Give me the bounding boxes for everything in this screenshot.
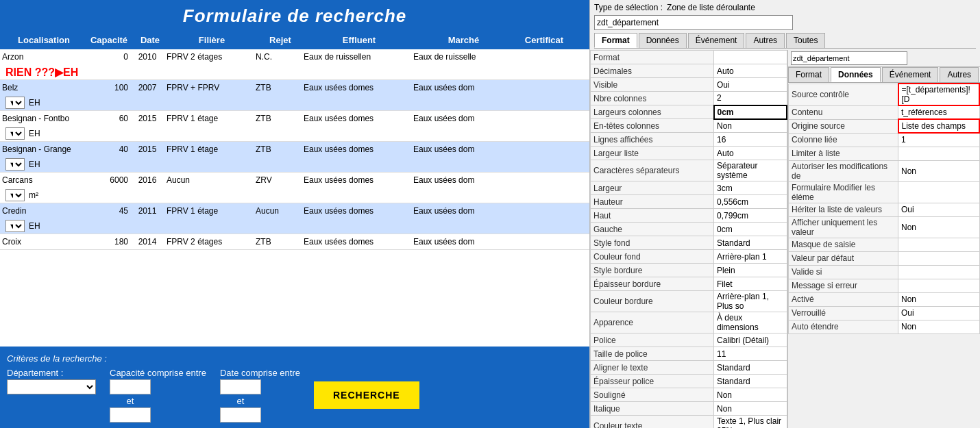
sub-dropdown-besignan-grange[interactable]: ▼ [5, 158, 25, 171]
tab2-donnees[interactable]: Données [831, 67, 881, 82]
tab-autres[interactable]: Autres [746, 33, 785, 48]
right-prop-label-6: Formulaire Modifier les éléme [789, 181, 898, 203]
prop-label-9: Largeur [591, 181, 714, 195]
et-label-date: et [236, 396, 244, 406]
cell-date: 2011 [130, 205, 164, 216]
right-prop-label-1: Contenu [789, 105, 898, 119]
table-row: Credin 45 2011 FPRV 1 étage Aucun Eaux u… [0, 203, 589, 218]
date-to-input[interactable] [220, 407, 261, 423]
tab-toutes[interactable]: Toutes [786, 33, 825, 48]
right-prop-value-2: Liste des champs [898, 119, 980, 133]
table-row: Belz 100 2007 FPRV + FPRV ZTB Eaux usées… [0, 80, 589, 95]
tab-donnees[interactable]: Données [639, 33, 687, 48]
prop-value-24: Non [714, 402, 787, 416]
cell-effluent: Eaux usées domes [302, 144, 411, 155]
selection-type-value: Zone de liste déroulante [667, 3, 755, 12]
right-top: Type de sélection : Zone de liste déroul… [590, 0, 980, 50]
right-prop-value-15: Non [898, 320, 980, 333]
cell-rejet: ZTB [254, 236, 302, 247]
right-prop-label-9: Masque de saisie [789, 238, 898, 251]
sub-dropdown-carcans[interactable]: ▼ [5, 189, 25, 201]
sub-dropdown-credin[interactable]: ▼ [5, 220, 25, 232]
row-group-croix: Croix 180 2014 FPRV 2 étages ZTB Eaux us… [0, 234, 589, 250]
cell-localisation: Besignan - Grange [0, 144, 82, 155]
sub-label-besignan-grange: EH [29, 160, 40, 169]
sub-dropdown-besignan-fontbo[interactable]: ▼ [5, 127, 25, 140]
cell-localisation: Croix [0, 236, 82, 247]
tabs-row2: Format Données Événement Autres T [788, 67, 980, 83]
sub-dropdown-belz[interactable]: ▼ [5, 97, 25, 109]
prop-value-22: Standard [714, 375, 787, 388]
right-split: FormatDécimalesAutoVisibleOuiNbre colonn… [590, 50, 980, 428]
row-group-arzon: Arzon 0 2010 FPRV 2 étages N.C. Eaux de … [0, 49, 589, 80]
selection-type-row: Type de sélection : Zone de liste déroul… [594, 3, 976, 12]
departement-dropdown[interactable] [7, 379, 96, 394]
col-header-filiere: Filière [167, 35, 256, 45]
prop-value-7: Auto [714, 147, 787, 160]
right-prop-label-11: Valide si [789, 265, 898, 279]
prop-label-10: Hauteur [591, 195, 714, 209]
sub-row-arzon: RIEN ???▶EH [0, 64, 589, 79]
capacite-to-input[interactable] [110, 407, 151, 423]
table-row: Carcans 6000 2016 Aucun ZRV Eaux usées d… [0, 173, 589, 188]
right-prop-label-13: Activé [789, 292, 898, 306]
table-area: Localisation Capacité Date Filière Rejet… [0, 31, 589, 347]
recherche-button[interactable]: RECHERCHE [314, 381, 419, 409]
right-prop-label-3: Colonne liée [789, 133, 898, 147]
cell-effluent: Eaux usées domes [302, 236, 411, 247]
tab2-format[interactable]: Format [788, 67, 829, 82]
prop-value-17: Arrière-plan 1, Plus so [714, 291, 787, 312]
cell-date: 2007 [130, 82, 164, 93]
cell-date: 2015 [130, 144, 164, 155]
cell-filiere: FPRV + FPRV [164, 82, 254, 93]
prop-value-3: 2 [714, 92, 787, 105]
cell-rejet: Aucun [254, 205, 302, 216]
prop-label-17: Couleur bordure [591, 291, 714, 312]
sub-row-credin: ▼ EH [0, 218, 589, 234]
prop-value-14: Arrière-plan 1 [714, 250, 787, 264]
cell-filiere: FPRV 1 étage [164, 113, 254, 124]
props-table: FormatDécimalesAutoVisibleOuiNbre colonn… [590, 50, 787, 428]
tab2-autres[interactable]: Autres [940, 67, 979, 82]
right-prop-value-10 [898, 251, 980, 265]
right-field-name-input[interactable] [791, 51, 907, 65]
cell-marche: Eaux usées dom [411, 175, 511, 186]
capacite-from-input[interactable] [110, 379, 151, 394]
tab-format[interactable]: Format [594, 33, 637, 48]
dept-section: Département : [7, 368, 96, 394]
date-from-input[interactable] [220, 379, 261, 394]
sub-label-credin: EH [29, 221, 40, 231]
tabs-row: Format Données Événement Autres Toutes [594, 33, 976, 49]
cell-certificat [511, 149, 572, 150]
cell-localisation: Carcans [0, 175, 82, 186]
cell-capacite: 45 [82, 205, 130, 216]
rien-text: RIEN ???▶EH [5, 66, 78, 79]
sub-row-belz: ▼ EH [0, 95, 589, 110]
prop-label-16: Épaisseur bordure [591, 277, 714, 291]
row-group-credin: Credin 45 2011 FPRV 1 étage Aucun Eaux u… [0, 203, 589, 234]
cell-certificat [511, 241, 572, 242]
cell-localisation: Belz [0, 82, 82, 93]
field-name-input[interactable] [594, 15, 793, 30]
prop-value-2: Oui [714, 78, 787, 92]
cell-rejet: ZRV [254, 175, 302, 186]
prop-value-16: Filet [714, 277, 787, 291]
table-row: Croix 180 2014 FPRV 2 étages ZTB Eaux us… [0, 234, 589, 249]
cell-localisation: Credin [0, 205, 82, 216]
right-prop-value-3: 1 [898, 133, 980, 147]
right-panel: Type de sélection : Zone de liste déroul… [589, 0, 980, 428]
tab-evenement[interactable]: Événement [688, 33, 745, 48]
criteria-row: Département : Capacité comprise entre et… [7, 368, 583, 423]
cell-certificat [511, 210, 572, 212]
sub-row-carcans: ▼ m² [0, 188, 589, 203]
date-section: Date comprise entre et [220, 368, 300, 423]
prop-value-0 [714, 51, 787, 64]
tab2-evenement[interactable]: Événement [882, 67, 939, 82]
cell-filiere: FPRV 2 étages [164, 51, 254, 62]
departement-label: Département : [7, 368, 63, 378]
prop-label-6: Lignes affichées [591, 133, 714, 147]
cell-effluent: Eaux usées domes [302, 205, 411, 216]
cell-filiere: FPRV 1 étage [164, 144, 254, 155]
right-prop-value-1: t_références [898, 105, 980, 119]
prop-value-23: Non [714, 388, 787, 402]
